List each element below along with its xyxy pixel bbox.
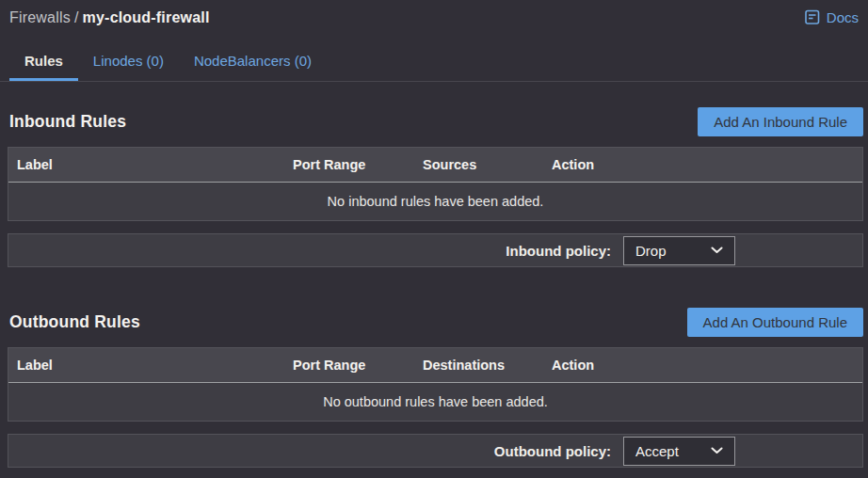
inbound-rules-title: Inbound Rules xyxy=(9,112,126,132)
breadcrumb: Firewalls/my-cloud-firewall xyxy=(9,9,210,26)
tab-nodebalancers[interactable]: NodeBalancers (0) xyxy=(179,47,327,81)
inbound-col-label: Label xyxy=(8,157,284,172)
chevron-down-icon xyxy=(711,447,723,454)
outbound-policy-label: Outbound policy: xyxy=(494,443,611,459)
inbound-policy-select[interactable]: Drop xyxy=(623,236,735,265)
docs-link[interactable]: Docs xyxy=(805,9,860,25)
breadcrumb-firewalls-link[interactable]: Firewalls xyxy=(9,9,71,25)
inbound-table-header: Label Port Range Sources Action xyxy=(8,148,862,183)
outbound-policy-select[interactable]: Accept xyxy=(623,437,735,466)
outbound-col-port-range: Port Range xyxy=(284,358,414,373)
outbound-rules-table: Label Port Range Destinations Action No … xyxy=(8,347,863,422)
outbound-policy-row: Outbound policy: Accept xyxy=(8,434,863,468)
inbound-col-port-range: Port Range xyxy=(284,157,414,172)
outbound-table-header: Label Port Range Destinations Action xyxy=(8,348,862,383)
docs-icon xyxy=(805,9,821,25)
outbound-policy-value: Accept xyxy=(635,443,679,459)
outbound-col-label: Label xyxy=(8,358,284,373)
tab-linodes[interactable]: Linodes (0) xyxy=(78,47,179,81)
inbound-policy-row: Inbound policy: Drop xyxy=(8,233,863,267)
outbound-empty-row: No outbound rules have been added. xyxy=(8,383,862,421)
outbound-empty-message: No outbound rules have been added. xyxy=(323,394,548,409)
inbound-col-action: Action xyxy=(543,157,862,172)
outbound-col-action: Action xyxy=(543,358,862,373)
breadcrumb-separator: / xyxy=(71,9,83,25)
tab-bar: Rules Linodes (0) NodeBalancers (0) xyxy=(0,47,868,82)
outbound-rules-title: Outbound Rules xyxy=(9,312,140,332)
inbound-rules-table: Label Port Range Sources Action No inbou… xyxy=(8,147,863,221)
inbound-col-sources: Sources xyxy=(414,157,543,172)
chevron-down-icon xyxy=(711,247,723,254)
tab-rules[interactable]: Rules xyxy=(9,47,78,81)
outbound-section-header: Outbound Rules Add An Outbound Rule xyxy=(9,308,863,337)
docs-label: Docs xyxy=(827,9,859,25)
inbound-section-header: Inbound Rules Add An Inbound Rule xyxy=(9,107,863,136)
inbound-empty-message: No inbound rules have been added. xyxy=(328,194,544,209)
top-bar: Firewalls/my-cloud-firewall Docs xyxy=(0,0,868,26)
breadcrumb-firewall-name: my-cloud-firewall xyxy=(83,9,210,25)
add-outbound-rule-button[interactable]: Add An Outbound Rule xyxy=(687,308,863,337)
inbound-policy-label: Inbound policy: xyxy=(506,243,611,259)
add-inbound-rule-button[interactable]: Add An Inbound Rule xyxy=(698,107,863,136)
inbound-empty-row: No inbound rules have been added. xyxy=(8,183,862,220)
outbound-col-destinations: Destinations xyxy=(414,358,543,373)
inbound-policy-value: Drop xyxy=(635,243,667,259)
